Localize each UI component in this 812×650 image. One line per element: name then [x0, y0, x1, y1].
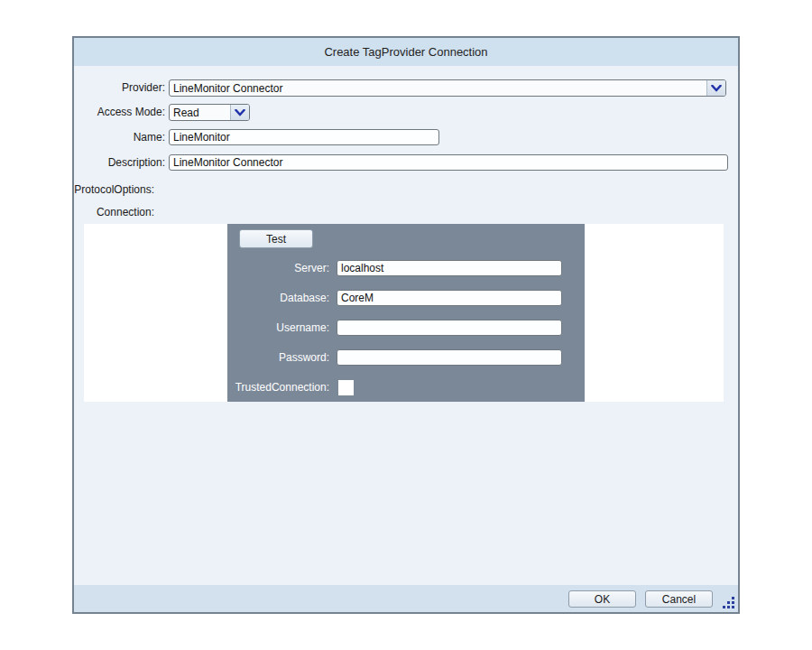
chevron-down-icon[interactable]: [230, 105, 249, 120]
name-input[interactable]: [169, 129, 439, 145]
dialog-title: Create TagProvider Connection: [324, 45, 487, 59]
protocol-options-label: ProtocolOptions:: [74, 183, 154, 197]
username-input[interactable]: [337, 320, 562, 336]
access-mode-label: Access Mode:: [74, 104, 165, 121]
name-label: Name:: [74, 129, 165, 146]
provider-select[interactable]: LineMonitor Connector: [169, 79, 726, 97]
password-input[interactable]: [337, 349, 562, 366]
create-tagprovider-connection-dialog: Create TagProvider Connection Provider: …: [72, 36, 740, 614]
database-input[interactable]: [337, 290, 562, 306]
ok-button[interactable]: OK: [568, 590, 636, 608]
access-mode-select-value: Read: [170, 107, 230, 119]
provider-select-value: LineMonitor Connector: [170, 82, 706, 95]
description-label: Description:: [74, 154, 165, 172]
connection-options-area: Test Server: Database: Username: Passwor…: [84, 224, 724, 402]
trusted-connection-label: TrustedConnection:: [227, 379, 329, 395]
resize-grip-icon[interactable]: [720, 594, 735, 609]
connection-settings-panel: Test Server: Database: Username: Passwor…: [227, 224, 585, 402]
test-button[interactable]: Test: [239, 229, 313, 248]
server-input[interactable]: [337, 260, 562, 276]
access-mode-select[interactable]: Read: [169, 104, 250, 121]
dialog-titlebar[interactable]: Create TagProvider Connection: [74, 38, 738, 66]
provider-label: Provider:: [74, 79, 165, 97]
cancel-button[interactable]: Cancel: [645, 590, 713, 608]
username-label: Username:: [227, 320, 329, 336]
server-label: Server:: [227, 260, 329, 276]
database-label: Database:: [227, 290, 329, 306]
password-label: Password:: [227, 349, 329, 366]
connection-label: Connection:: [74, 206, 154, 219]
trusted-connection-checkbox[interactable]: [338, 380, 354, 395]
dialog-footer: OK Cancel: [74, 585, 738, 612]
chevron-down-icon[interactable]: [706, 80, 725, 96]
description-input[interactable]: [169, 154, 728, 171]
